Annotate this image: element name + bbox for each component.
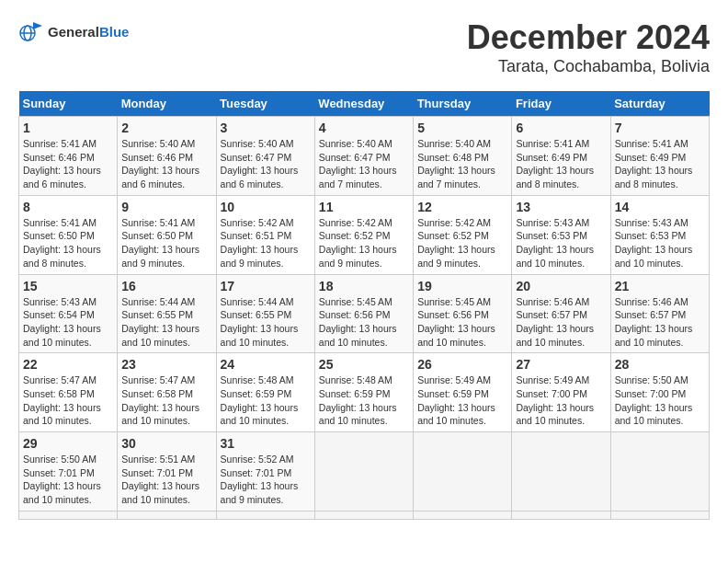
day-cell-19: 19Sunrise: 5:45 AMSunset: 6:56 PMDayligh… [414, 274, 512, 353]
day-cell-9: 9Sunrise: 5:41 AMSunset: 6:50 PMDaylight… [118, 195, 216, 274]
day-cell-29: 29Sunrise: 5:50 AMSunset: 7:01 PMDayligh… [19, 432, 118, 511]
day-cell-13: 13Sunrise: 5:43 AMSunset: 6:53 PMDayligh… [512, 195, 610, 274]
day-cell-25: 25Sunrise: 5:48 AMSunset: 6:59 PMDayligh… [314, 353, 413, 432]
empty-cell [19, 511, 118, 519]
week-row-3: 15Sunrise: 5:43 AMSunset: 6:54 PMDayligh… [19, 274, 710, 353]
day-cell-11: 11Sunrise: 5:42 AMSunset: 6:52 PMDayligh… [314, 195, 413, 274]
logo-icon [18, 18, 44, 44]
header-row: SundayMondayTuesdayWednesdayThursdayFrid… [19, 91, 710, 117]
header-day-thursday: Thursday [414, 91, 512, 117]
day-cell-15: 15Sunrise: 5:43 AMSunset: 6:54 PMDayligh… [19, 274, 118, 353]
day-cell-5: 5Sunrise: 5:40 AMSunset: 6:48 PMDaylight… [414, 117, 512, 196]
logo: GeneralBlue [18, 18, 129, 44]
empty-cell [118, 511, 216, 519]
day-cell-8: 8Sunrise: 5:41 AMSunset: 6:50 PMDaylight… [19, 195, 118, 274]
day-cell-26: 26Sunrise: 5:49 AMSunset: 6:59 PMDayligh… [414, 353, 512, 432]
day-cell-28: 28Sunrise: 5:50 AMSunset: 7:00 PMDayligh… [610, 353, 709, 432]
header-day-wednesday: Wednesday [314, 91, 413, 117]
day-cell-3: 3Sunrise: 5:40 AMSunset: 6:47 PMDaylight… [216, 117, 314, 196]
day-cell-27: 27Sunrise: 5:49 AMSunset: 7:00 PMDayligh… [512, 353, 610, 432]
header-day-saturday: Saturday [610, 91, 709, 117]
day-cell-31: 31Sunrise: 5:52 AMSunset: 7:01 PMDayligh… [216, 432, 314, 511]
day-cell-18: 18Sunrise: 5:45 AMSunset: 6:56 PMDayligh… [314, 274, 413, 353]
week-row-5: 29Sunrise: 5:50 AMSunset: 7:01 PMDayligh… [19, 432, 710, 511]
header-day-monday: Monday [118, 91, 216, 117]
week-row-1: 1Sunrise: 5:41 AMSunset: 6:46 PMDaylight… [19, 117, 710, 196]
title-area: December 2024 Tarata, Cochabamba, Bolivi… [467, 18, 710, 76]
header-day-friday: Friday [512, 91, 610, 117]
empty-cell [314, 432, 413, 511]
empty-cell [414, 432, 512, 511]
calendar-table: SundayMondayTuesdayWednesdayThursdayFrid… [18, 91, 710, 520]
week-row-4: 22Sunrise: 5:47 AMSunset: 6:58 PMDayligh… [19, 353, 710, 432]
day-cell-4: 4Sunrise: 5:40 AMSunset: 6:47 PMDaylight… [314, 117, 413, 196]
location-title: Tarata, Cochabamba, Bolivia [467, 57, 710, 76]
empty-cell [414, 511, 512, 519]
day-cell-16: 16Sunrise: 5:44 AMSunset: 6:55 PMDayligh… [118, 274, 216, 353]
empty-cell [314, 511, 413, 519]
header: GeneralBlue December 2024 Tarata, Cochab… [18, 18, 710, 76]
day-cell-7: 7Sunrise: 5:41 AMSunset: 6:49 PMDaylight… [610, 117, 709, 196]
day-cell-17: 17Sunrise: 5:44 AMSunset: 6:55 PMDayligh… [216, 274, 314, 353]
day-cell-2: 2Sunrise: 5:40 AMSunset: 6:46 PMDaylight… [118, 117, 216, 196]
empty-cell [512, 511, 610, 519]
day-cell-30: 30Sunrise: 5:51 AMSunset: 7:01 PMDayligh… [118, 432, 216, 511]
day-cell-20: 20Sunrise: 5:46 AMSunset: 6:57 PMDayligh… [512, 274, 610, 353]
day-cell-21: 21Sunrise: 5:46 AMSunset: 6:57 PMDayligh… [610, 274, 709, 353]
day-cell-14: 14Sunrise: 5:43 AMSunset: 6:53 PMDayligh… [610, 195, 709, 274]
day-cell-12: 12Sunrise: 5:42 AMSunset: 6:52 PMDayligh… [414, 195, 512, 274]
empty-cell [610, 432, 709, 511]
day-cell-23: 23Sunrise: 5:47 AMSunset: 6:58 PMDayligh… [118, 353, 216, 432]
day-cell-1: 1Sunrise: 5:41 AMSunset: 6:46 PMDaylight… [19, 117, 118, 196]
empty-cell [610, 511, 709, 519]
week-row-2: 8Sunrise: 5:41 AMSunset: 6:50 PMDaylight… [19, 195, 710, 274]
day-cell-22: 22Sunrise: 5:47 AMSunset: 6:58 PMDayligh… [19, 353, 118, 432]
logo-text: GeneralBlue [48, 24, 129, 40]
day-cell-6: 6Sunrise: 5:41 AMSunset: 6:49 PMDaylight… [512, 117, 610, 196]
week-row-6 [19, 511, 710, 519]
header-day-sunday: Sunday [19, 91, 118, 117]
day-cell-24: 24Sunrise: 5:48 AMSunset: 6:59 PMDayligh… [216, 353, 314, 432]
empty-cell [216, 511, 314, 519]
day-cell-10: 10Sunrise: 5:42 AMSunset: 6:51 PMDayligh… [216, 195, 314, 274]
header-day-tuesday: Tuesday [216, 91, 314, 117]
empty-cell [512, 432, 610, 511]
month-title: December 2024 [467, 18, 710, 57]
